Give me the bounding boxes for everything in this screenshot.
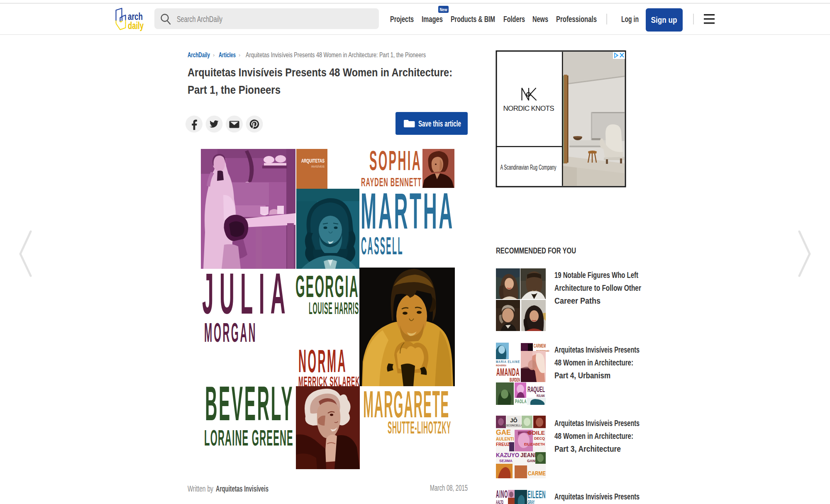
svg-text:Architecture to Follow Other: Architecture to Follow Other bbox=[554, 283, 641, 292]
svg-text:KAZUYO: KAZUYO bbox=[496, 452, 519, 458]
svg-text:DECQ: DECQ bbox=[534, 436, 545, 441]
svg-text:CASSELL: CASSELL bbox=[361, 232, 403, 260]
svg-text:Folders: Folders bbox=[503, 14, 525, 24]
svg-text:AMANDA: AMANDA bbox=[496, 366, 520, 378]
svg-text:LORAINE GREENE: LORAINE GREENE bbox=[204, 425, 293, 450]
svg-text:19 Notable Figures Who Left: 19 Notable Figures Who Left bbox=[554, 270, 638, 280]
svg-text:Part 1, the Pioneers: Part 1, the Pioneers bbox=[188, 83, 281, 96]
svg-text:Arquitetas Invisíveis Presents: Arquitetas Invisíveis Presents bbox=[554, 345, 640, 354]
svg-text:Arquitetas Invisíveis Presents: Arquitetas Invisíveis Presents 48 Women … bbox=[188, 66, 452, 79]
svg-text:INVISÍVEIS: INVISÍVEIS bbox=[311, 165, 325, 168]
svg-text:ODILE: ODILE bbox=[527, 430, 545, 436]
svg-text:ArchDaily: ArchDaily bbox=[188, 51, 210, 59]
svg-text:Products & BIM: Products & BIM bbox=[451, 14, 495, 24]
svg-text:Sign up: Sign up bbox=[651, 15, 677, 24]
svg-text:ARQUITETAS: ARQUITETAS bbox=[301, 158, 325, 164]
svg-text:SOPHIA: SOPHIA bbox=[369, 145, 422, 176]
svg-text:BEVERLY: BEVERLY bbox=[205, 377, 294, 431]
svg-text:AINO: AINO bbox=[496, 488, 508, 500]
svg-text:GAE: GAE bbox=[496, 429, 511, 436]
svg-text:MERRICK SKLAREK: MERRICK SKLAREK bbox=[298, 374, 360, 389]
svg-text:CARMEM: CARMEM bbox=[534, 343, 546, 349]
svg-text:daily: daily bbox=[128, 20, 144, 31]
svg-text:Part 4, Urbanism: Part 4, Urbanism bbox=[554, 370, 610, 380]
svg-text:New: New bbox=[440, 7, 447, 12]
svg-text:NORDIC KNOTS: NORDIC KNOTS bbox=[503, 105, 554, 112]
svg-text:MARTHA: MARTHA bbox=[361, 183, 454, 239]
svg-text:News: News bbox=[532, 14, 548, 24]
svg-text:Arquitetas Invisíveis: Arquitetas Invisíveis bbox=[216, 484, 269, 493]
svg-text:›: › bbox=[213, 52, 215, 58]
svg-text:RAQUEL: RAQUEL bbox=[527, 385, 545, 394]
svg-text:CARME: CARME bbox=[528, 470, 546, 477]
svg-text:RECOMMENDED FOR YOU: RECOMMENDED FOR YOU bbox=[496, 246, 576, 255]
svg-text:MORGAN: MORGAN bbox=[204, 317, 257, 348]
svg-text:JULIA: JULIA bbox=[202, 261, 291, 326]
svg-text:ROLNIK: ROLNIK bbox=[537, 394, 545, 398]
svg-text:48 Women in Architecture:: 48 Women in Architecture: bbox=[554, 358, 633, 367]
svg-text:AULENTI: AULENTI bbox=[496, 437, 514, 441]
svg-text:Part 3, Architecture: Part 3, Architecture bbox=[554, 444, 621, 453]
svg-text:Articles: Articles bbox=[219, 51, 236, 59]
svg-text:GRAY: GRAY bbox=[527, 499, 535, 504]
svg-text:Projects: Projects bbox=[390, 14, 414, 24]
svg-text:Career Paths: Career Paths bbox=[554, 296, 601, 305]
svg-text:Arquitetas Invisíveis Presents: Arquitetas Invisíveis Presents 48 Women … bbox=[246, 51, 426, 59]
svg-text:SHUTTE-LIHOTZKY: SHUTTE-LIHOTZKY bbox=[388, 418, 451, 437]
svg-text:48 Women in Architecture:: 48 Women in Architecture: bbox=[554, 431, 633, 441]
svg-text:SEJIMA: SEJIMA bbox=[499, 459, 513, 463]
svg-text:Written by: Written by bbox=[188, 484, 213, 493]
svg-text:March 08, 2015: March 08, 2015 bbox=[430, 483, 468, 492]
svg-text:Professionals: Professionals bbox=[556, 14, 597, 24]
svg-text:EILIZABETH: EILIZABETH bbox=[524, 442, 545, 446]
svg-text:A Scandinavian Rug Company: A Scandinavian Rug Company bbox=[500, 164, 557, 171]
svg-text:Search ArchDaily: Search ArchDaily bbox=[177, 15, 222, 24]
svg-text:Log in: Log in bbox=[621, 14, 639, 24]
svg-text:›: › bbox=[239, 52, 240, 58]
svg-text:Save this article: Save this article bbox=[418, 119, 461, 128]
svg-text:BURDEN: BURDEN bbox=[510, 377, 520, 383]
svg-text:JÔ: JÔ bbox=[510, 417, 517, 424]
svg-text:AALTO: AALTO bbox=[496, 499, 503, 504]
svg-text:Images: Images bbox=[422, 14, 443, 24]
svg-text:Arquitetas Invisíveis Presents: Arquitetas Invisíveis Presents bbox=[554, 492, 640, 501]
svg-text:PAOLA: PAOLA bbox=[515, 399, 527, 404]
svg-text:Arquitetas Invisíveis Presents: Arquitetas Invisíveis Presents bbox=[554, 418, 640, 428]
svg-text:LOUISE HARRIS: LOUISE HARRIS bbox=[309, 299, 359, 318]
svg-text:MARIA ELAINE: MARIA ELAINE bbox=[496, 359, 520, 364]
